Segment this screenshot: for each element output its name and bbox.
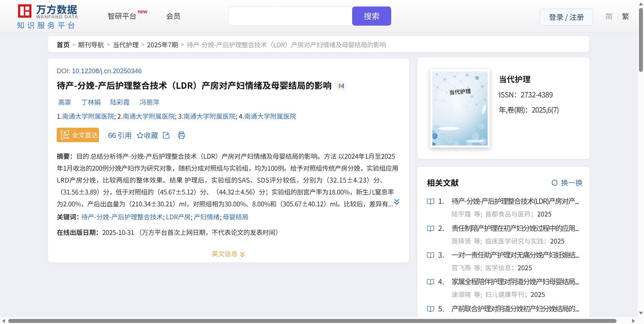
svg-text:free: free xyxy=(63,136,69,140)
